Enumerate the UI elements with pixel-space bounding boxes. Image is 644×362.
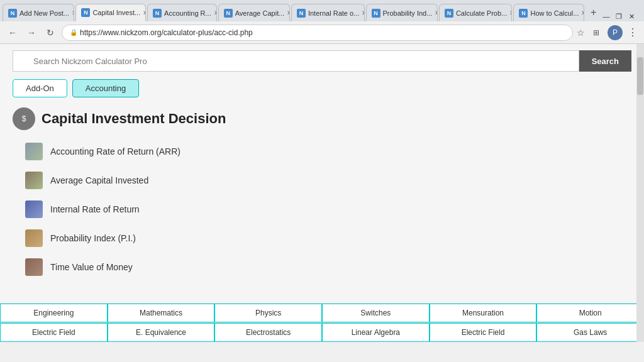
search-bar: 🔍 Search [13,50,631,72]
search-input[interactable] [13,50,579,72]
nav-mensuration[interactable]: Mensuration [430,304,537,322]
address-text: https://www.nickzom.org/calculator-plus/… [80,28,253,37]
nav-electrostatics[interactable]: Electrostatics [214,323,322,342]
search-wrapper: 🔍 [13,50,579,72]
tab-label-7: Calculate Prob... [456,9,507,17]
tab-label-5: Internal Rate o... [308,9,359,17]
tab-label-4: Average Capit... [235,9,285,17]
address-input[interactable]: 🔒 https://www.nickzom.org/calculator-plu… [62,25,573,41]
tab-close-4[interactable]: ✕ [287,9,290,16]
nav-physics[interactable]: Physics [214,304,322,322]
item-icon-2 [25,200,43,218]
nav-switches[interactable]: Switches [322,304,430,322]
tab-label-3: Accounting R... [164,9,211,17]
tab-label-6: Probability Ind... [383,9,433,17]
tab-how-to-calcul[interactable]: N How to Calcul... ✕ [513,4,584,21]
forward-button[interactable]: → [24,25,39,40]
item-link-3[interactable]: Probability Index (P.I.) [50,233,136,243]
new-tab-button[interactable]: + [586,4,601,21]
tab-favicon-4: N [224,9,233,18]
list-item: Average Capital Invested [25,172,631,189]
scrollbar-thumb[interactable] [637,57,643,95]
item-icon-0 [25,143,43,160]
page-content: 🔍 Search Add-On Accounting $ Capital Inv… [0,44,644,342]
maximize-button[interactable]: ❐ [614,11,624,21]
minimize-button[interactable]: — [601,11,611,21]
tab-add-new-post[interactable]: N Add New Post... ✕ [3,4,74,21]
search-button[interactable]: Search [579,50,631,72]
tab-favicon-2: N [81,8,90,17]
page-title: Capital Investment Decision [42,111,226,127]
browser-chrome: N Add New Post... ✕ N Capital Invest... … [0,0,644,44]
tab-close-7[interactable]: ✕ [509,9,512,16]
page-title-row: $ Capital Investment Decision [13,107,631,130]
tab-calculate-prob[interactable]: N Calculate Prob... ✕ [439,4,513,21]
svg-text:$: $ [22,114,26,123]
accounting-category-button[interactable]: Accounting [72,79,139,97]
list-item: Time Value of Money [25,258,631,276]
tab-capital-invest[interactable]: N Capital Invest... ✕ [75,4,146,21]
extensions-icon[interactable]: ⊞ [589,25,604,40]
tab-internal-rate[interactable]: N Internal Rate o... ✕ [291,4,365,21]
list-item: Accounting Rate of Return (ARR) [25,143,631,160]
item-link-4[interactable]: Time Value of Money [50,262,133,272]
tab-close-8[interactable]: ✕ [581,9,584,16]
nav-motion[interactable]: Motion [536,304,644,322]
tab-close-6[interactable]: ✕ [435,9,438,16]
bottom-nav: Engineering Mathematics Physics Switches… [0,303,644,342]
lock-icon: 🔒 [70,29,77,36]
calc-list: Accounting Rate of Return (ARR) Average … [13,143,631,276]
bottom-nav-row2: Electric Field E. Equivalence Electrosta… [0,322,644,342]
bookmark-icon[interactable]: ☆ [577,28,585,38]
list-item: Probability Index (P.I.) [25,229,631,247]
more-options-button[interactable]: ⋮ [626,26,639,39]
tab-favicon-8: N [519,9,528,18]
tab-close-1[interactable]: ✕ [72,9,75,16]
nav-linear-algebra[interactable]: Linear Algebra [322,323,430,342]
back-button[interactable]: ← [5,25,20,40]
page-title-icon: $ [13,107,35,130]
scrollbar[interactable] [636,44,644,342]
nav-engineering[interactable]: Engineering [0,304,108,322]
tab-label-8: How to Calcul... [530,9,579,17]
tab-close-3[interactable]: ✕ [214,9,217,16]
address-bar: ← → ↻ 🔒 https://www.nickzom.org/calculat… [0,21,644,44]
item-link-0[interactable]: Accounting Rate of Return (ARR) [50,146,180,156]
tab-favicon-1: N [8,9,17,18]
tab-favicon-7: N [445,9,453,18]
tab-probability-ind[interactable]: N Probability Ind... ✕ [366,4,438,21]
nav-electric-field[interactable]: Electric Field [0,323,108,342]
item-link-2[interactable]: Internal Rate of Return [50,204,140,214]
nav-electric-field-2[interactable]: Electric Field [430,323,537,342]
item-icon-4 [25,258,43,276]
addon-category-button[interactable]: Add-On [13,79,67,97]
nav-mathematics[interactable]: Mathematics [108,304,215,322]
tab-close-5[interactable]: ✕ [362,9,364,16]
tab-label-2: Capital Invest... [92,9,140,16]
tab-average-capit[interactable]: N Average Capit... ✕ [218,4,290,21]
category-buttons: Add-On Accounting [13,79,631,97]
tab-accounting-r[interactable]: N Accounting R... ✕ [147,4,217,21]
refresh-button[interactable]: ↻ [43,25,58,40]
nav-e-equivalence[interactable]: E. Equivalence [108,323,215,342]
tabs-bar: N Add New Post... ✕ N Capital Invest... … [0,0,644,21]
bottom-nav-row1: Engineering Mathematics Physics Switches… [0,303,644,322]
item-icon-3 [25,229,43,247]
tab-label-1: Add New Post... [19,9,69,17]
item-link-1[interactable]: Average Capital Invested [50,175,148,185]
item-icon-1 [25,172,43,189]
close-button[interactable]: ✕ [626,11,636,21]
list-item: Internal Rate of Return [25,200,631,218]
tab-favicon-3: N [153,9,162,18]
profile-icon[interactable]: P [608,25,623,40]
tab-favicon-5: N [297,9,306,18]
nav-gas-laws[interactable]: Gas Laws [536,323,644,342]
tab-close-2[interactable]: ✕ [143,9,146,16]
tab-favicon-6: N [372,9,380,18]
